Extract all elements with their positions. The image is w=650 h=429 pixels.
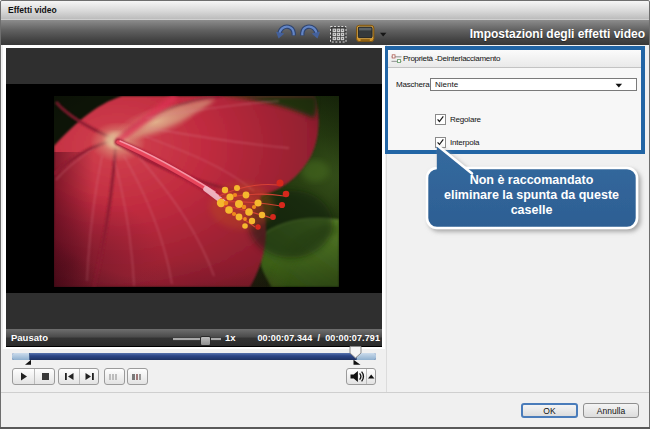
- svg-text:Non è raccomandato: Non è raccomandato: [470, 173, 594, 187]
- svg-text:eliminare la spunta da queste: eliminare la spunta da queste: [444, 188, 619, 202]
- svg-text:caselle: caselle: [511, 203, 553, 217]
